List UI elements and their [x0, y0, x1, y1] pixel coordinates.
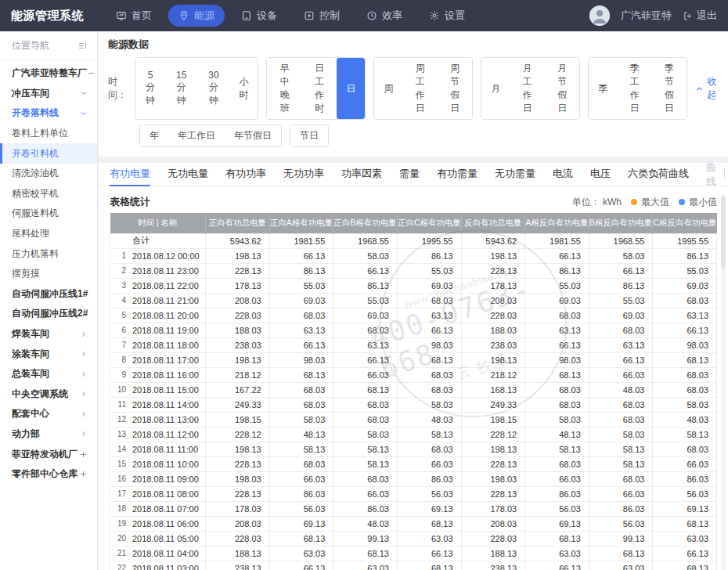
value-cell: 58.03 [269, 412, 333, 427]
sidebar-item[interactable]: 伺服送料机 [0, 204, 97, 224]
sidebar-item[interactable]: 尾料处理 [0, 224, 97, 244]
sidebar-tree: 广汽菲亚特整车厂冲压车间开卷落料线卷料上料单位开卷引料机清洗涂油机精密校平机伺服… [0, 60, 97, 484]
nav-item[interactable]: 设置 [419, 5, 475, 27]
time-name-cell: 152018.08.11 10:00 [110, 456, 206, 471]
sidebar-item[interactable]: 广汽菲亚特整车厂 [0, 63, 97, 84]
nav-item[interactable]: 效率 [356, 5, 413, 27]
sidebar-item[interactable]: 清洗涂油机 [0, 164, 97, 184]
table-row: 72018.08.11 18:00238.0366.1363.1398.0323… [110, 337, 717, 352]
tab-item[interactable]: 电压 [590, 163, 611, 186]
filter-button[interactable]: 年工作日 [168, 125, 225, 146]
sidebar-item[interactable]: 配套中心 [0, 404, 97, 424]
filter-button[interactable]: 季节假日 [652, 58, 687, 119]
column-header: 正向有功总电量 [206, 213, 270, 233]
device-icon [241, 10, 252, 21]
sidebar-item[interactable]: 开卷落料线 [0, 103, 97, 124]
tab-item[interactable]: 有功功率 [225, 163, 266, 186]
row-index: 6 [114, 326, 126, 334]
value-cell: 66.13 [653, 546, 717, 561]
filter-button[interactable]: 30分钟 [197, 58, 229, 119]
sidebar-item[interactable]: 涂装车间 [0, 344, 97, 364]
tab-active[interactable]: 有功电量 [110, 163, 150, 186]
sidebar-item[interactable]: 冲压车间 [0, 84, 97, 104]
filter-button[interactable]: 小时 [229, 58, 258, 119]
total-value-cell: 1968.55 [589, 233, 653, 248]
collapse-button[interactable]: 收起 [695, 75, 717, 102]
row-index: 1 [114, 251, 126, 260]
table-row: 202018.08.11 05:00228.0368.1399.1363.032… [110, 531, 717, 546]
time-name-cell: 12018.08.12 00:00 [110, 248, 206, 263]
filter-button[interactable]: 年节假日 [225, 125, 281, 146]
filter-button[interactable]: 早中晚班 [267, 58, 301, 119]
value-cell: 86.13 [589, 278, 653, 293]
min-dot-icon [679, 199, 685, 205]
sidebar-item-label: 动力部 [12, 428, 40, 441]
legend-max: 最大值 [631, 196, 669, 209]
tab-item[interactable]: 需量 [399, 163, 420, 186]
sidebar-item[interactable]: 开卷引料机 [0, 143, 97, 164]
max-dot-icon [631, 199, 637, 205]
sidebar-item[interactable]: 自动伺服冲压线2# [0, 304, 97, 324]
tab-item[interactable]: 功率因素 [341, 163, 382, 186]
filter-button-group: 季季工作日季节假日 [588, 57, 687, 120]
sidebar-item[interactable]: 总装车间 [0, 364, 97, 384]
value-cell: 68.03 [397, 293, 461, 308]
filter-button[interactable]: 年 [140, 125, 168, 146]
value-cell-max: 249.33 [461, 397, 525, 412]
nav-item[interactable]: 设备 [231, 5, 287, 27]
sidebar-item[interactable]: 压力机落料 [0, 244, 97, 264]
filter-button[interactable]: 5分钟 [135, 58, 165, 119]
scrollbar-thumb[interactable] [721, 196, 726, 268]
tab-item[interactable]: 六类负荷曲线 [628, 163, 689, 186]
sidebar-item[interactable]: 零件部中心仓库 [0, 464, 97, 485]
filter-button[interactable]: 月 [481, 58, 510, 119]
filter-button[interactable]: 周工作日 [402, 58, 437, 119]
table-row: 92018.08.11 16:00218.1268.1366.0368.0321… [110, 367, 717, 382]
table-row: 142018.08.11 11:00198.1358.1358.1368.031… [110, 442, 717, 456]
sidebar-item[interactable]: 卷料上料单位 [0, 124, 97, 144]
collapse-list-icon[interactable] [77, 41, 88, 51]
sidebar-item[interactable]: 自动伺服冲压线1# [0, 284, 97, 305]
nav-item[interactable]: 能源 [168, 5, 225, 27]
value-cell: 228.13 [461, 486, 525, 501]
value-cell-min: 167.22 [206, 382, 270, 397]
filter-button[interactable]: 日工作时 [302, 58, 337, 119]
tab-item[interactable]: 无功功率 [283, 163, 324, 186]
view-curve-button[interactable]: 曲线 [706, 161, 716, 189]
sidebar-item[interactable]: 动力部 [0, 424, 97, 445]
value-cell: 66.13 [269, 337, 333, 352]
filter-button[interactable]: 季工作日 [617, 58, 651, 119]
sidebar-item-label: 自动伺服冲压线1# [12, 287, 88, 301]
filter-button[interactable]: 15分钟 [165, 58, 197, 119]
scrollbar[interactable] [721, 194, 726, 570]
filter-button[interactable]: 日 [337, 58, 365, 119]
chevron-down-icon [80, 110, 88, 117]
tab-item[interactable]: 有功需量 [437, 163, 478, 186]
filter-button[interactable]: 节日 [290, 125, 328, 146]
tab-item[interactable]: 电流 [553, 163, 573, 186]
value-cell: 238.03 [461, 337, 525, 352]
total-value-cell: 1981.55 [269, 233, 333, 248]
sidebar-item[interactable]: 精密校平机 [0, 184, 97, 204]
sidebar-item[interactable]: 中央空调系统 [0, 384, 97, 405]
value-cell: 238.13 [206, 561, 270, 570]
sidebar-item[interactable]: 菲亚特发动机厂 [0, 444, 97, 464]
total-value-cell: 1995.55 [653, 233, 717, 248]
value-cell: 68.03 [589, 412, 653, 427]
filter-button-group: 5分钟15分钟30分钟小时 [135, 57, 258, 120]
nav-item[interactable]: 首页 [106, 5, 162, 27]
filter-button[interactable]: 季 [589, 58, 617, 119]
logout-button[interactable]: 退出 [683, 9, 717, 23]
user-avatar[interactable] [589, 5, 610, 26]
sidebar-item[interactable]: 摆剪摸 [0, 264, 97, 284]
filter-button[interactable]: 周节假日 [438, 58, 472, 119]
tab-item[interactable]: 无功电量 [168, 163, 208, 186]
sidebar-item[interactable]: 焊装车间 [0, 324, 97, 345]
filter-button[interactable]: 月工作日 [510, 58, 544, 119]
tab-item[interactable]: 无功需量 [495, 163, 535, 186]
time-name-cell: 42018.08.11 21:00 [110, 293, 206, 308]
nav-item[interactable]: 控制 [294, 5, 350, 27]
filter-button[interactable]: 周 [374, 58, 402, 119]
filter-button[interactable]: 月节假日 [545, 58, 579, 119]
nav-item-label: 设备 [257, 9, 277, 23]
